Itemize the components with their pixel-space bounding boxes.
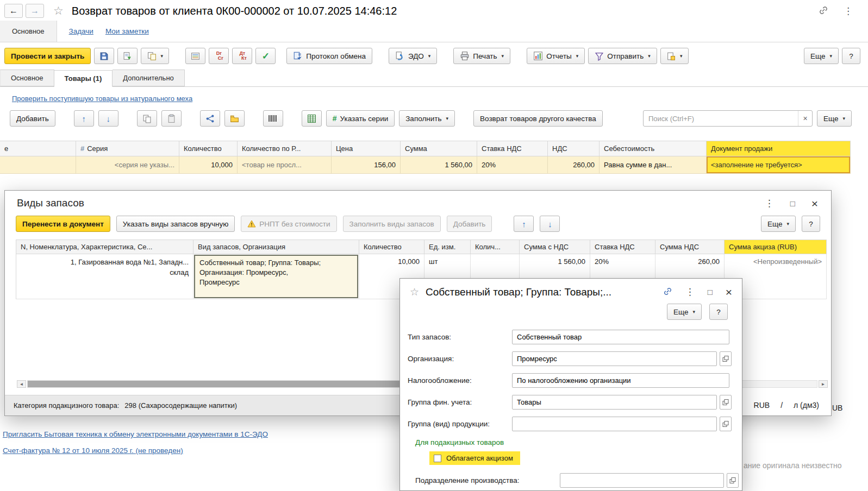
copy-row-button[interactable] [137, 110, 157, 127]
production-dept-field[interactable] [560, 473, 724, 488]
search-input[interactable] [644, 115, 798, 123]
transfer-to-document-button[interactable]: Перенести в документ [16, 216, 110, 232]
dt-kt-button[interactable]: ДтКт [232, 48, 252, 64]
cell-amount[interactable]: 1 560,00 [401, 156, 477, 174]
column-header-excise[interactable]: Сумма акциза (RUB) [725, 240, 827, 254]
column-header-qty[interactable]: Количество [359, 240, 424, 254]
cell-qty[interactable]: 10,000 [179, 156, 238, 174]
rnpt-no-cost-button[interactable]: РНПТ без стоимости [241, 216, 336, 232]
column-header-kind[interactable]: Вид запасов, Организация [193, 240, 359, 254]
add-row-button[interactable]: Добавить [10, 110, 55, 127]
create-based-on-button[interactable]: ▾ [141, 48, 169, 64]
favorite-star-icon[interactable]: ☆ [53, 4, 64, 17]
column-header-qty2[interactable]: Колич... [471, 240, 520, 254]
maximize-icon[interactable]: □ [708, 288, 713, 296]
dialog-move-down-button[interactable]: ↓ [540, 216, 560, 232]
favorite-star-icon[interactable]: ☆ [410, 286, 419, 298]
nav-item-main[interactable]: Основное [0, 21, 57, 42]
post-document-button[interactable] [117, 48, 138, 64]
nav-link-tasks[interactable]: Задачи [69, 27, 93, 35]
scroll-right-arrow[interactable]: ► [819, 380, 828, 388]
tab-main[interactable]: Основное [0, 70, 54, 86]
column-header[interactable]: е [0, 141, 76, 156]
post-and-close-button[interactable]: Провести и закрыть [4, 48, 91, 64]
maximize-icon[interactable]: □ [790, 199, 795, 207]
dialog-more-menu-icon[interactable]: ⋮ [685, 287, 695, 297]
kind-more-button[interactable]: Еще ▾ [667, 304, 702, 320]
dialog-more-button[interactable]: Еще ▾ [761, 216, 796, 232]
search-clear-icon[interactable]: × [798, 111, 812, 126]
invoice-link[interactable]: Счет-фактура № 12 от 10 июля 2025 г. (не… [3, 446, 183, 455]
fur-check-link[interactable]: Проверить поступившую товары из натураль… [12, 95, 192, 103]
edo-invite-link[interactable]: Пригласить Бытовая техника к обмену элек… [3, 430, 268, 438]
goods-more-button[interactable]: Еще ▾ [817, 110, 852, 127]
cell-series[interactable]: <серия не указы... [76, 156, 179, 174]
taxation-field[interactable] [512, 373, 729, 388]
cell-nomenclature[interactable]: 1, Газированная вода №1, Западн... склад [16, 254, 193, 299]
fin-group-chooser-icon[interactable] [720, 395, 732, 410]
cell-cost[interactable]: Равна сумме в дан... [600, 156, 707, 174]
organization-chooser-icon[interactable] [720, 351, 732, 366]
return-other-quality-button[interactable]: Возврат товаров другого качества [473, 110, 603, 127]
column-header-vat-amount[interactable]: Сумма НДС [655, 240, 725, 254]
forward-button[interactable]: → [26, 4, 44, 18]
inventory-type-field[interactable] [512, 330, 729, 344]
close-icon[interactable]: × [726, 286, 732, 298]
document-registers-button[interactable] [185, 48, 205, 64]
more-menu-icon[interactable]: ⋮ [844, 5, 853, 17]
column-header-vat-rate[interactable]: Ставка НДС [590, 240, 655, 254]
column-header-qty[interactable]: Количество [179, 141, 238, 156]
column-header-vat[interactable]: НДС [548, 141, 600, 156]
attached-files-button[interactable]: ▾ [660, 48, 689, 64]
spreadsheet-pick-button[interactable] [302, 110, 322, 127]
save-button[interactable] [94, 48, 114, 64]
exchange-protocol-button[interactable]: Протокол обмена [286, 48, 372, 64]
dialog-help-button[interactable]: ? [802, 216, 820, 232]
product-group-chooser-icon[interactable] [720, 417, 732, 431]
cell-sales-doc[interactable]: <заполнение не требуется> [707, 156, 851, 174]
check-document-button[interactable]: ✓ [255, 48, 276, 64]
excise-checkbox[interactable] [434, 455, 441, 462]
column-header-sales-doc[interactable]: Документ продажи [707, 141, 851, 156]
dialog-move-up-button[interactable]: ↑ [514, 216, 534, 232]
cell-price[interactable]: 156,00 [332, 156, 401, 174]
cell-vat-amount[interactable]: 260,00 [548, 156, 600, 174]
dialog-add-button[interactable]: Добавить [447, 216, 492, 232]
linked-structure-button[interactable] [200, 110, 220, 127]
organization-field[interactable] [512, 351, 717, 366]
help-button[interactable]: ? [842, 48, 860, 64]
column-header-amount[interactable]: Сумма [401, 141, 477, 156]
column-header-nomenclature[interactable]: N, Номенклатура, Характеристика, Се... [16, 240, 193, 254]
column-header-vat-rate[interactable]: Ставка НДС [477, 141, 548, 156]
barcode-button[interactable] [263, 110, 283, 127]
column-header-amount-vat[interactable]: Сумма с НДС [520, 240, 590, 254]
edo-button[interactable]: ЭДО ▾ [389, 48, 437, 64]
print-button[interactable]: Печать ▾ [453, 48, 510, 64]
fill-button[interactable]: Заполнить ▾ [399, 110, 455, 127]
manual-kinds-button[interactable]: Указать виды запасов вручную [116, 216, 235, 232]
group-folder-button[interactable] [224, 110, 245, 127]
close-icon[interactable]: × [811, 198, 818, 209]
tab-goods[interactable]: Товары (1) [54, 70, 113, 87]
scroll-left-arrow[interactable]: ◄ [17, 380, 26, 388]
cell-inventory-kind[interactable]: Собственный товар; Группа: Товары; Орган… [193, 254, 359, 299]
column-header-unit[interactable]: Ед. изм. [424, 240, 471, 254]
cell-vat-rate[interactable]: 20% [477, 156, 548, 174]
excise-checkbox-row[interactable]: Облагается акцизом [429, 451, 520, 465]
dr-cr-button[interactable]: DrCr [209, 48, 229, 64]
column-header-cost[interactable]: Себестоимость [600, 141, 707, 156]
cell-blank[interactable] [0, 156, 76, 174]
copy-link-icon[interactable] [663, 287, 672, 297]
specify-series-button[interactable]: # Указать серии [326, 110, 395, 127]
column-header-price[interactable]: Цена [332, 141, 401, 156]
reports-button[interactable]: Отчеты ▾ [527, 48, 585, 64]
kind-help-button[interactable]: ? [709, 304, 728, 320]
production-dept-chooser-icon[interactable] [727, 473, 739, 488]
more-button[interactable]: Еще ▾ [804, 48, 839, 64]
fill-kinds-button[interactable]: Заполнить виды запасов [343, 216, 441, 232]
dialog-more-menu-icon[interactable]: ⋮ [765, 199, 774, 208]
product-group-field[interactable] [512, 417, 717, 431]
move-row-down-button[interactable]: ↓ [98, 110, 118, 127]
copy-link-icon[interactable] [819, 5, 828, 17]
fin-group-field[interactable] [512, 395, 717, 410]
